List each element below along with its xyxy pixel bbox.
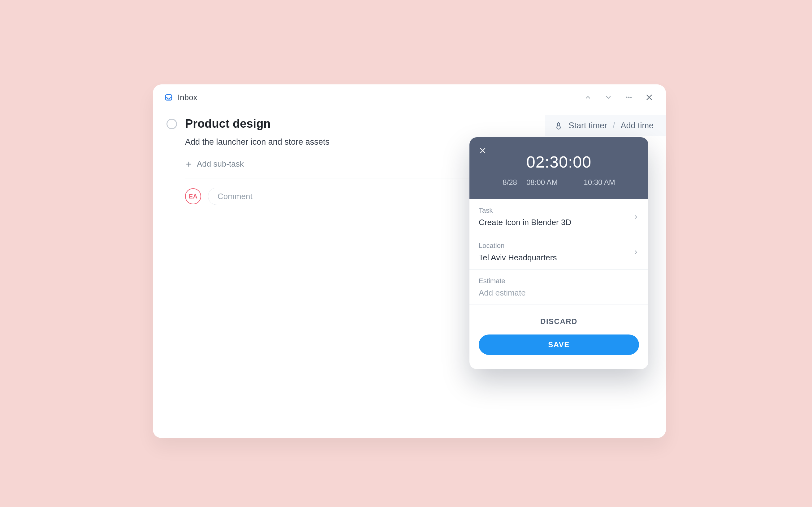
complete-toggle[interactable]: [166, 119, 177, 129]
estimate-field-row[interactable]: Estimate Add estimate: [469, 270, 648, 305]
timer-icon: [554, 121, 563, 130]
separator: /: [613, 121, 615, 130]
svg-point-0: [626, 97, 627, 98]
save-button[interactable]: SAVE: [479, 335, 639, 355]
svg-point-1: [628, 97, 629, 98]
range-dash: —: [567, 178, 574, 187]
end-value[interactable]: 10:30 AM: [583, 178, 615, 187]
time-entry-popover: 02:30:00 8/28 08:00 AM — 10:30 AM Task C…: [469, 137, 648, 369]
task-field-row[interactable]: Task Create Icon in Blender 3D: [469, 199, 648, 234]
time-tracker-bar: Start timer / Add time: [545, 115, 666, 136]
inbox-icon: [164, 93, 173, 102]
popover-header: 02:30:00 8/28 08:00 AM — 10:30 AM: [469, 137, 648, 199]
close-icon[interactable]: [478, 146, 488, 155]
add-time-button[interactable]: Add time: [620, 121, 654, 130]
popover-actions: DISCARD SAVE: [469, 305, 648, 369]
next-item-button[interactable]: [603, 92, 614, 103]
field-label: Task: [479, 207, 571, 215]
discard-button[interactable]: DISCARD: [540, 317, 577, 326]
start-timer-button[interactable]: Start timer: [568, 121, 607, 130]
avatar: EA: [185, 188, 201, 204]
chevron-right-icon: [633, 214, 639, 220]
close-button[interactable]: [644, 92, 655, 103]
field-label: Estimate: [479, 277, 526, 285]
duration-display[interactable]: 02:30:00: [480, 153, 638, 171]
popover-fields: Task Create Icon in Blender 3D Location …: [469, 199, 648, 305]
svg-point-2: [630, 97, 631, 98]
field-value: Tel Aviv Headquarters: [479, 253, 557, 263]
date-value[interactable]: 8/28: [503, 178, 517, 187]
card-header: Inbox: [153, 84, 666, 109]
location-field-row[interactable]: Location Tel Aviv Headquarters: [469, 234, 648, 270]
field-label: Location: [479, 242, 557, 250]
field-value: Create Icon in Blender 3D: [479, 218, 571, 227]
card-header-actions: [582, 92, 655, 103]
time-range: 8/28 08:00 AM — 10:30 AM: [480, 178, 638, 187]
start-value[interactable]: 08:00 AM: [526, 178, 558, 187]
breadcrumb-label: Inbox: [177, 93, 197, 102]
add-subtask-label: Add sub-task: [197, 159, 244, 169]
task-title[interactable]: Product design: [185, 117, 271, 130]
chevron-right-icon: [633, 249, 639, 256]
more-menu-button[interactable]: [623, 92, 635, 103]
field-value: Add estimate: [479, 288, 526, 298]
breadcrumb[interactable]: Inbox: [164, 93, 197, 102]
prev-item-button[interactable]: [582, 92, 594, 103]
